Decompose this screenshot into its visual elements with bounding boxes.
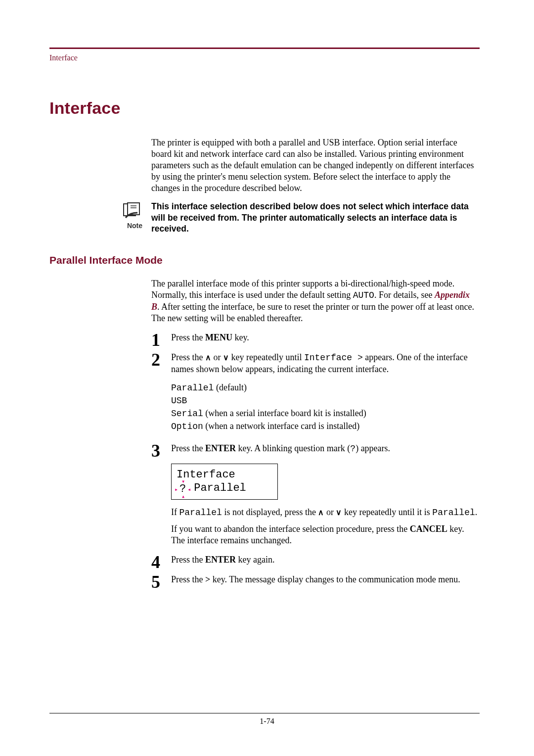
code-interface: Interface >: [304, 353, 363, 363]
text: Press the: [171, 332, 205, 342]
text: key repeatedly until: [229, 352, 304, 362]
text: . After setting the interface, be sure t…: [151, 302, 474, 323]
step-4: 4 Press the ENTER key again.: [151, 553, 480, 571]
note-block: Note This interface selection described …: [49, 201, 480, 234]
text: ) appears.: [356, 443, 390, 453]
text: . For details, see: [374, 290, 435, 300]
down-arrow-icon: ∨: [336, 508, 342, 517]
text: (when a network interface card is instal…: [203, 421, 359, 431]
opt-parallel: Parallel: [171, 383, 214, 393]
manual-page: Interface Interface The printer is equip…: [0, 0, 534, 756]
opt-serial: Serial: [171, 409, 203, 419]
text: .: [475, 507, 478, 517]
text: If: [171, 507, 179, 517]
text: Press the: [171, 555, 205, 565]
lcd-value: Parallel: [194, 482, 246, 494]
running-head: Interface: [49, 53, 480, 63]
lcd-line2: ▾ ▸ ▴ ? ◂ Parallel: [177, 481, 270, 495]
lcd-question-mark: ?: [179, 482, 186, 496]
page-number: 1-74: [0, 716, 534, 726]
step-5-text: Press the > key. The message display cha…: [171, 574, 480, 585]
step-number: 3: [151, 442, 171, 551]
question-mark: ?: [350, 444, 356, 454]
step-number: 4: [151, 553, 171, 571]
text: Press the: [171, 352, 205, 362]
blink-arrow-icon: ◂: [187, 486, 191, 494]
text: (default): [214, 382, 246, 392]
step-number: 2: [151, 351, 171, 439]
enter-key: ENTER: [205, 555, 236, 565]
step-3: 3 Press the ENTER key. A blinking questi…: [151, 442, 480, 551]
step-3-text: Press the ENTER key. A blinking question…: [171, 443, 480, 455]
menu-key: MENU: [205, 332, 232, 342]
right-key: >: [205, 574, 210, 584]
intro-paragraph: The printer is equipped with both a para…: [151, 137, 480, 194]
step-2: 2 Press the ∧ or ∨ key repeatedly until …: [151, 351, 480, 439]
text: Press the: [171, 574, 205, 584]
text: or: [324, 507, 336, 517]
step-4-text: Press the ENTER key again.: [171, 554, 480, 566]
text: key. A blinking question mark (: [236, 443, 350, 453]
note-icon: Note: [49, 201, 151, 231]
parallel-intro: The parallel interface mode of this prin…: [151, 278, 480, 324]
up-arrow-icon: ∧: [205, 353, 211, 362]
step-5: 5 Press the > key. The message display c…: [151, 573, 480, 591]
text: (when a serial interface board kit is in…: [203, 408, 366, 418]
enter-key: ENTER: [205, 443, 236, 453]
note-text: This interface selection described below…: [151, 201, 480, 234]
lcd-line1: Interface: [177, 468, 270, 482]
interface-options: Parallel (default) USB Serial (when a se…: [171, 382, 480, 432]
cancel-key: CANCEL: [410, 524, 447, 534]
blink-arrow-icon: ▸: [175, 486, 178, 494]
top-rule: [49, 47, 480, 49]
opt-option: Option: [171, 422, 203, 431]
bottom-rule: [49, 713, 480, 713]
step-3b-text: If Parallel is not displayed, press the …: [171, 507, 480, 519]
text: key repeatedly until it is: [342, 507, 432, 517]
note-label: Note: [127, 222, 142, 231]
note-icon-svg: [121, 201, 142, 221]
text: key again.: [236, 555, 274, 565]
lcd-display: Interface ▾ ▸ ▴ ? ◂ Parallel: [171, 464, 278, 500]
step-2-text: Press the ∧ or ∨ key repeatedly until In…: [171, 352, 480, 375]
step-number: 1: [151, 331, 171, 349]
code-parallel: Parallel: [432, 508, 475, 518]
down-arrow-icon: ∨: [223, 353, 229, 362]
opt-usb: USB: [171, 396, 187, 406]
step-1: 1 Press the MENU key.: [151, 331, 480, 349]
text: key.: [232, 332, 249, 342]
code-auto: AUTO: [353, 290, 374, 300]
sub-section-title: Parallel Interface Mode: [49, 254, 480, 267]
section-title: Interface: [49, 97, 480, 119]
text: Press the: [171, 443, 205, 453]
step-number: 5: [151, 573, 171, 591]
text: If you want to abandon the interface sel…: [171, 524, 410, 534]
text: is not displayed, press the: [222, 507, 318, 517]
text: key. The message display changes to the …: [210, 574, 460, 584]
code-parallel: Parallel: [179, 508, 222, 518]
up-arrow-icon: ∧: [318, 508, 324, 517]
step-1-text: Press the MENU key.: [171, 332, 480, 343]
step-3c-text: If you want to abandon the interface sel…: [171, 523, 480, 546]
text: or: [211, 352, 223, 362]
